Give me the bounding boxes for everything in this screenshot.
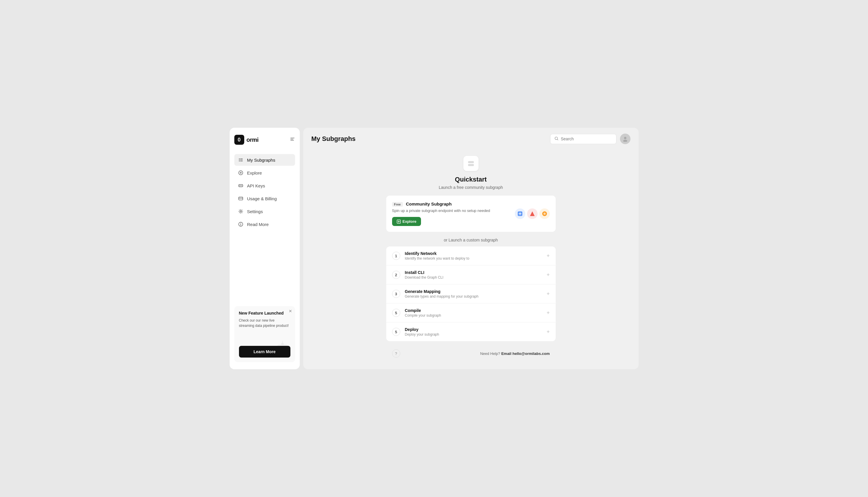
read-more-icon	[238, 221, 244, 227]
svg-point-17	[624, 137, 627, 139]
help-email: Email hello@ormilabs.com	[501, 351, 550, 356]
svg-rect-0	[290, 138, 294, 138]
chain-icon-blue	[515, 209, 525, 219]
svg-rect-19	[468, 161, 474, 163]
svg-point-6	[239, 185, 240, 186]
notification-body: Check our our new live streaming data pi…	[239, 318, 290, 328]
svg-point-3	[239, 171, 243, 175]
step-content-4: Compile Compile your subgraph	[405, 308, 542, 317]
quickstart-card: Quickstart Launch a free community subgr…	[386, 156, 556, 361]
notification-close-button[interactable]: ✕	[289, 309, 292, 313]
fcc-title-row: Free Community Subgraph	[392, 201, 490, 207]
sidebar: 0 ormi My Subgraphs	[230, 128, 300, 369]
nav-label-read-more: Read More	[247, 222, 269, 227]
step-content-5: Deploy Deploy your subgraph	[405, 327, 542, 337]
nav-explore[interactable]: Explore	[234, 167, 295, 179]
nav-usage-billing[interactable]: Usage & Billing	[234, 193, 295, 204]
help-footer: ? Need Help? Email hello@ormilabs.com	[386, 346, 556, 361]
sidebar-toggle-icon[interactable]	[290, 137, 295, 143]
svg-point-8	[240, 211, 241, 212]
step-description-4: Compile your subgraph	[405, 313, 542, 317]
step-item-2: 2 Install CLI Download the Graph CLI +	[386, 266, 556, 284]
header-right	[550, 133, 631, 144]
sidebar-logo: 0 ormi	[234, 135, 295, 145]
logo-icon: 0	[234, 135, 244, 145]
notification-card: ✕ New Feature Launched Check our our new…	[234, 306, 295, 362]
explore-button[interactable]: Explore	[392, 217, 421, 226]
nav-label-my-subgraphs: My Subgraphs	[247, 158, 276, 162]
step-number-1: 1	[392, 252, 400, 260]
free-badge: Free	[392, 202, 403, 207]
svg-rect-7	[239, 197, 243, 200]
svg-point-4	[240, 172, 241, 173]
step-title-3: Generate Mapping	[405, 289, 542, 294]
search-input[interactable]	[561, 137, 612, 141]
settings-icon	[238, 209, 244, 214]
learn-more-button[interactable]: Learn More	[239, 346, 290, 357]
step-number-3: 3	[392, 290, 400, 298]
quickstart-subtitle: Launch a free community subgraph	[386, 185, 556, 190]
step-content-3: Generate Mapping Generate types and mapp…	[405, 289, 542, 298]
nav-label-settings: Settings	[247, 209, 263, 214]
step-expand-3[interactable]: +	[547, 291, 550, 297]
steps-card: 1 Identify Network Identify the network …	[386, 246, 556, 341]
page-title: My Subgraphs	[311, 135, 356, 143]
svg-rect-20	[468, 164, 474, 166]
user-avatar[interactable]	[620, 133, 631, 144]
nav-api-keys[interactable]: API Keys	[234, 180, 295, 191]
billing-icon	[238, 196, 244, 201]
step-number-5: 5	[392, 328, 400, 336]
nav-my-subgraphs[interactable]: My Subgraphs	[234, 154, 295, 166]
step-item-4: 5 Compile Compile your subgraph +	[386, 303, 556, 323]
api-icon	[238, 183, 244, 188]
step-expand-1[interactable]: +	[547, 253, 550, 259]
step-item-1: 1 Identify Network Identify the network …	[386, 246, 556, 266]
logo-group: 0 ormi	[234, 135, 259, 145]
chain-icon-orange	[539, 209, 550, 219]
step-title-5: Deploy	[405, 327, 542, 332]
custom-subgraph-label: or Launch a custom subgraph	[386, 238, 556, 242]
step-content-2: Install CLI Download the Graph CLI	[405, 270, 542, 280]
explore-icon	[238, 170, 244, 176]
help-prefix: Need Help?	[480, 351, 500, 356]
step-expand-2[interactable]: +	[547, 272, 550, 278]
svg-rect-2	[290, 140, 294, 141]
svg-marker-23	[530, 211, 535, 216]
step-description-5: Deploy your subgraph	[405, 332, 542, 337]
search-bar[interactable]	[550, 134, 616, 144]
step-item-5: 5 Deploy Deploy your subgraph +	[386, 323, 556, 341]
notification-title: New Feature Launched	[239, 311, 290, 315]
free-community-title: Community Subgraph	[406, 201, 452, 207]
nav-label-explore: Explore	[247, 170, 262, 175]
svg-rect-1	[290, 139, 293, 140]
step-content-1: Identify Network Identify the network yo…	[405, 251, 542, 260]
step-number-2: 2	[392, 271, 400, 279]
help-icon: ?	[392, 349, 400, 357]
header: My Subgraphs	[303, 128, 639, 150]
step-description-2: Download the Graph CLI	[405, 275, 542, 280]
svg-point-10	[240, 223, 241, 224]
chain-icon-red	[527, 209, 538, 219]
svg-point-25	[543, 213, 546, 215]
quickstart-area: Quickstart Launch a free community subgr…	[303, 150, 639, 369]
free-community-icons	[515, 209, 550, 219]
svg-point-18	[623, 140, 627, 142]
step-description-1: Identify the network you want to deploy …	[405, 256, 542, 260]
step-expand-4[interactable]: +	[547, 310, 550, 316]
free-community-card: Free Community Subgraph Spin up a privat…	[386, 196, 556, 232]
help-text: Need Help? Email hello@ormilabs.com	[480, 351, 549, 356]
svg-point-14	[281, 343, 284, 345]
nav-settings[interactable]: Settings	[234, 205, 295, 217]
step-number-4: 5	[392, 309, 400, 317]
step-title-4: Compile	[405, 308, 542, 313]
subgraph-icon	[238, 157, 244, 163]
nav-read-more[interactable]: Read More	[234, 218, 295, 230]
free-community-description: Spin up a private subgraph endpoint with…	[392, 209, 490, 213]
quickstart-icon-box	[464, 156, 479, 171]
main-content: My Subgraphs	[303, 128, 639, 369]
quickstart-icon-wrapper	[386, 156, 556, 171]
quickstart-title: Quickstart	[386, 176, 556, 183]
nav-label-usage-billing: Usage & Billing	[247, 196, 277, 201]
step-expand-5[interactable]: +	[547, 329, 550, 335]
step-title-1: Identify Network	[405, 251, 542, 256]
